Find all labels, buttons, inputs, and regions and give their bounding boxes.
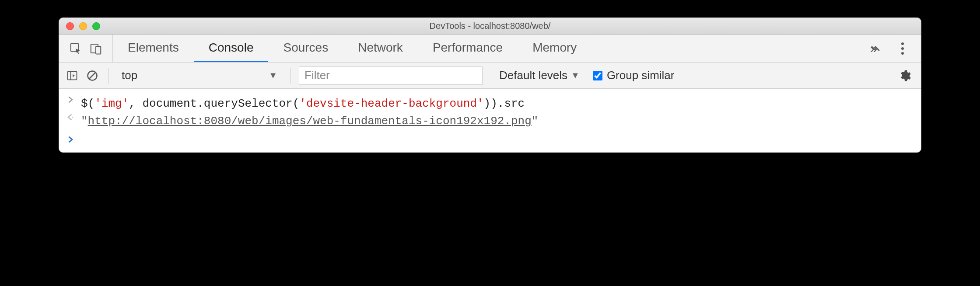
clear-console-icon[interactable] — [84, 68, 100, 84]
console-input-row: $('img', document.querySelector('devsite… — [66, 95, 914, 112]
execution-context-label: top — [122, 69, 137, 82]
quote: " — [81, 115, 88, 128]
console-output-row: "http://localhost:8080/web/images/web-fu… — [66, 112, 914, 130]
svg-rect-2 — [96, 46, 101, 54]
svg-point-5 — [901, 52, 904, 55]
toggle-sidebar-icon[interactable] — [64, 68, 80, 84]
output-url[interactable]: http://localhost:8080/web/images/web-fun… — [88, 115, 532, 128]
tab-memory[interactable]: Memory — [518, 35, 592, 62]
window-title: DevTools - localhost:8080/web/ — [59, 21, 921, 31]
code-string-token: 'img' — [94, 97, 129, 110]
tab-performance[interactable]: Performance — [418, 35, 518, 62]
traffic-lights — [59, 22, 100, 30]
caret-down-icon: ▼ — [571, 70, 580, 80]
devtools-window: DevTools - localhost:8080/web/ Elements … — [59, 17, 921, 153]
console-output-value[interactable]: "http://localhost:8080/web/images/web-fu… — [81, 112, 538, 130]
code-string-token: 'devsite-header-background' — [299, 97, 483, 110]
code-token: )).src — [484, 97, 525, 110]
svg-rect-6 — [68, 71, 77, 80]
log-levels-select[interactable]: Default levels ▼ — [499, 69, 580, 82]
inspect-element-icon[interactable] — [68, 41, 84, 56]
prompt-chevron-icon — [66, 135, 75, 143]
separator — [290, 68, 291, 84]
input-chevron-icon — [66, 95, 75, 104]
filter-input[interactable] — [299, 66, 483, 85]
more-tabs-icon[interactable]: » — [866, 41, 882, 56]
device-toolbar-icon[interactable] — [88, 41, 104, 56]
devtools-tabbar: Elements Console Sources Network Perform… — [59, 35, 921, 63]
minimize-window-button[interactable] — [79, 22, 87, 30]
close-window-button[interactable] — [66, 22, 74, 30]
tabbar-right-tools: » — [855, 35, 921, 62]
svg-point-10 — [72, 117, 74, 118]
group-similar-toggle[interactable]: Group similar — [593, 69, 675, 82]
caret-down-icon: ▼ — [269, 70, 277, 80]
devtools-tabs: Elements Console Sources Network Perform… — [113, 35, 592, 62]
quote: " — [532, 115, 539, 128]
separator — [108, 68, 108, 84]
code-token: , document.querySelector( — [129, 97, 299, 110]
console-input-code[interactable]: $('img', document.querySelector('devsite… — [81, 95, 525, 112]
code-token: $( — [81, 97, 94, 110]
console-output: $('img', document.querySelector('devsite… — [59, 89, 921, 152]
tab-elements[interactable]: Elements — [113, 35, 194, 62]
console-settings-icon[interactable] — [894, 69, 916, 82]
svg-point-4 — [901, 47, 904, 50]
log-levels-label: Default levels — [499, 69, 567, 82]
window-titlebar: DevTools - localhost:8080/web/ — [59, 18, 921, 35]
output-chevron-icon — [66, 112, 75, 121]
tab-sources[interactable]: Sources — [268, 35, 343, 62]
console-toolbar: top ▼ Default levels ▼ Group similar — [59, 63, 921, 89]
svg-line-9 — [89, 73, 95, 79]
group-similar-checkbox[interactable] — [593, 71, 602, 80]
svg-point-3 — [901, 42, 904, 45]
tab-network[interactable]: Network — [343, 35, 418, 62]
zoom-window-button[interactable] — [92, 22, 100, 30]
tab-console[interactable]: Console — [194, 35, 269, 62]
tabbar-left-tools — [59, 35, 113, 62]
execution-context-select[interactable]: top ▼ — [116, 69, 283, 82]
group-similar-label: Group similar — [607, 69, 675, 82]
console-prompt-row[interactable] — [66, 135, 914, 143]
kebab-menu-icon[interactable] — [895, 41, 910, 56]
